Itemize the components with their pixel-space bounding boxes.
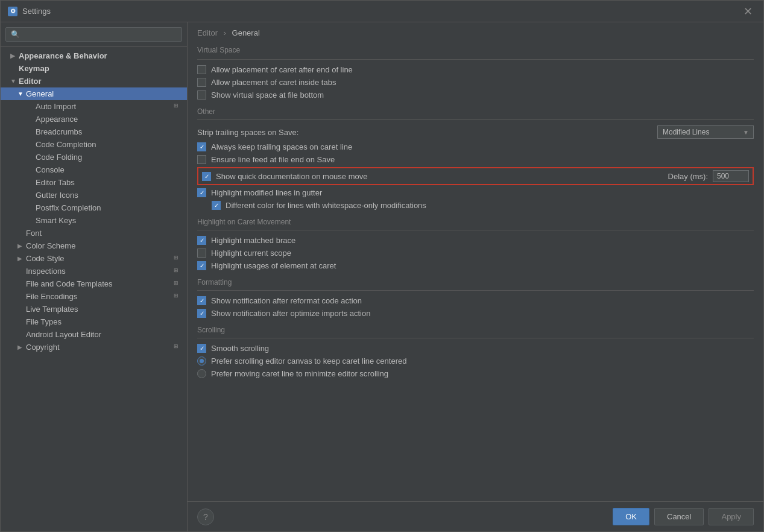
setting-row: Show virtual space at file bottom [197,90,754,100]
sidebar-item-postfix-completion[interactable]: Postfix Completion [1,201,187,214]
sidebar-item-auto-import[interactable]: Auto Import ⊞ [1,100,187,113]
delay-label: Delay (ms): [668,172,708,181]
setting-row: Prefer moving caret line to minimize edi… [197,369,754,379]
sidebar-item-editor-tabs[interactable]: Editor Tabs [1,176,187,189]
strip-trailing-row: Strip trailing spaces on Save: Modified … [197,125,754,139]
sidebar-item-label: Auto Import [36,102,174,111]
sidebar-item-label: Android Layout Editor [26,330,182,339]
smooth-scrolling-checkbox[interactable] [197,344,206,353]
sidebar-item-label: Copyright [26,343,174,352]
sidebar-item-label: Font [26,229,182,238]
breadcrumb-separator: › [224,28,229,37]
settings-window: ⚙ Settings ✕ ▶ Appearance & Behavior Key… [0,0,764,532]
section-divider [197,230,754,230]
sidebar-item-appearance-behavior[interactable]: ▶ Appearance & Behavior [1,49,187,62]
prefer-scrolling-radio[interactable] [197,356,206,366]
show-virtual-bottom-checkbox[interactable] [197,90,206,100]
sidebar-item-smart-keys[interactable]: Smart Keys [1,214,187,227]
sidebar-item-label: File Types [26,317,182,326]
highlight-usages-checkbox[interactable] [197,261,206,270]
allow-caret-tabs-label: Allow placement of caret inside tabs [211,78,754,87]
sidebar-item-android-layout[interactable]: Android Layout Editor [1,328,187,341]
smooth-scrolling-label: Smooth scrolling [211,344,754,353]
ensure-line-feed-checkbox[interactable] [197,155,206,164]
search-box [1,22,187,47]
sidebar-item-label: Breadcrumbs [36,127,182,136]
prefer-moving-radio[interactable] [197,369,206,378]
sidebar-item-console[interactable]: Console [1,163,187,176]
different-color-label: Different color for lines with whitespac… [226,201,754,210]
sidebar-item-label: File and Code Templates [26,279,174,288]
close-button[interactable]: ✕ [740,4,756,19]
sidebar-item-label: Keymap [19,64,182,73]
sidebar-item-breadcrumbs[interactable]: Breadcrumbs [1,125,187,138]
highlight-caret-section-label: Highlight on Caret Movement [197,218,754,226]
sidebar-item-editor[interactable]: ▼ Editor [1,75,187,87]
sidebar-item-copyright[interactable]: ▶ Copyright ⊞ [1,341,187,353]
formatting-section-label: Formatting [197,278,754,287]
apply-button[interactable]: Apply [709,508,754,525]
badge-icon: ⊞ [174,267,182,276]
section-divider [197,290,754,291]
sidebar: ▶ Appearance & Behavior Keymap ▼ Editor … [1,22,188,531]
sidebar-item-label: Code Completion [36,140,182,149]
sidebar-item-file-types[interactable]: File Types [1,315,187,328]
section-divider [197,119,754,120]
sidebar-item-live-templates[interactable]: Live Templates [1,303,187,315]
setting-row: Allow placement of caret inside tabs [197,77,754,87]
setting-row: Highlight usages of element at caret [197,261,754,271]
sidebar-item-code-style[interactable]: ▶ Code Style ⊞ [1,252,187,265]
highlight-scope-checkbox[interactable] [197,249,206,258]
allow-caret-end-label: Allow placement of caret after end of li… [211,65,754,74]
badge-icon: ⊞ [174,280,182,288]
sidebar-item-file-encodings[interactable]: File Encodings ⊞ [1,290,187,303]
notify-optimize-checkbox[interactable] [197,309,206,318]
quick-doc-checkbox[interactable] [202,172,211,181]
different-color-checkbox[interactable] [212,201,221,210]
virtual-space-label: Virtual Space [197,41,754,57]
search-input[interactable] [5,27,182,42]
setting-row: Allow placement of caret after end of li… [197,65,754,75]
sidebar-item-code-folding[interactable]: Code Folding [1,151,187,163]
setting-row: Always keep trailing spaces on caret lin… [197,142,754,152]
strip-trailing-dropdown[interactable]: Modified Lines None All [657,125,754,139]
breadcrumb-parent: Editor [197,28,218,37]
delay-input[interactable]: 500 [713,170,749,182]
cancel-button[interactable]: Cancel [654,508,704,525]
sidebar-item-color-scheme[interactable]: ▶ Color Scheme [1,239,187,252]
sidebar-item-label: Code Style [26,254,174,263]
badge-icon: ⊞ [174,293,182,301]
sidebar-item-label: Postfix Completion [36,203,182,212]
highlight-modified-checkbox[interactable] [197,188,206,197]
sidebar-item-inspections[interactable]: Inspections ⊞ [1,265,187,277]
sidebar-item-general[interactable]: ▼ General [1,87,187,100]
sidebar-item-code-completion[interactable]: Code Completion [1,138,187,151]
sidebar-item-label: Editor [19,77,182,86]
highlight-brace-checkbox[interactable] [197,236,206,245]
sidebar-item-file-code-templates[interactable]: File and Code Templates ⊞ [1,277,187,290]
sidebar-item-gutter-icons[interactable]: Gutter Icons [1,189,187,201]
notify-optimize-label: Show notification after optimize imports… [211,309,754,318]
settings-panel: Virtual Space Allow placement of caret a… [188,41,763,501]
help-button[interactable]: ? [197,508,214,525]
window-title: Settings [22,7,740,16]
sidebar-item-label: Code Folding [36,153,182,162]
allow-caret-end-checkbox[interactable] [197,65,206,74]
scrolling-section-label: Scrolling [197,326,754,334]
notify-reformat-checkbox[interactable] [197,296,206,305]
keep-trailing-checkbox[interactable] [197,142,206,151]
quick-doc-row: Show quick documentation on mouse move D… [197,167,754,185]
show-virtual-bottom-label: Show virtual space at file bottom [211,90,754,100]
sidebar-item-label: Gutter Icons [36,191,182,200]
sidebar-item-keymap[interactable]: Keymap [1,62,187,75]
section-divider [197,338,754,338]
sidebar-item-appearance[interactable]: Appearance [1,113,187,125]
sidebar-item-label: Inspections [26,267,174,276]
highlight-modified-label: Highlight modified lines in gutter [211,188,754,197]
sidebar-item-font[interactable]: Font [1,227,187,239]
quick-doc-label: Show quick documentation on mouse move [216,172,658,181]
allow-caret-tabs-checkbox[interactable] [197,78,206,87]
ok-button[interactable]: OK [613,508,649,525]
breadcrumb: Editor › General [188,22,763,41]
ensure-line-feed-label: Ensure line feed at file end on Save [211,155,754,164]
